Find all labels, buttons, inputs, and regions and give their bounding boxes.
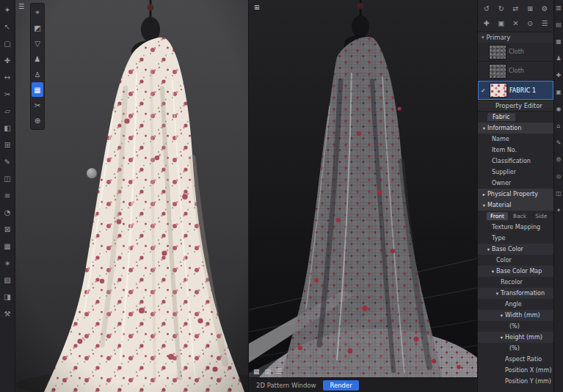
expand-arrow-icon[interactable]: ▾ [490,269,496,275]
window-tool-icon[interactable]: ◫ [1,171,14,186]
texture-view-icon[interactable]: ▦ [253,368,260,375]
redo-icon[interactable]: ↻ [494,2,509,15]
wave-tool-icon[interactable]: ≋ [1,188,14,203]
pie-tool-icon[interactable]: ◔ [1,205,14,220]
target-icon[interactable]: ⊙ [556,172,562,181]
columns-icon[interactable]: ◫ [556,189,562,197]
avatar-alt-display-icon[interactable]: ♙ [32,67,43,81]
add-circle-icon[interactable]: ⊕ [32,113,43,128]
side-tab-back[interactable]: Back [509,212,530,220]
star-tool-icon[interactable]: ✦ [1,2,14,18]
property-row-fabric[interactable]: Fabric [478,112,553,123]
close-icon[interactable]: ✕ [509,17,523,29]
expand-arrow-icon[interactable]: ▾ [494,291,501,297]
property-row-information[interactable]: ▾Information [478,123,553,134]
viewport-render[interactable]: ⊞ ▦▤☰ 2D Pattern WindowRender [248,0,477,392]
grid-plus-icon[interactable]: ⊞ [523,2,537,15]
menu-icon[interactable]: ☰ [537,17,552,29]
property-row-base-color-map[interactable]: ▾Base Color Map [478,266,553,277]
undo-icon[interactable]: ↺ [479,2,494,15]
edit-icon[interactable]: ✎ [556,138,562,147]
property-row-owner[interactable]: Owner [478,178,553,189]
expand-arrow-icon[interactable]: ▾ [485,247,492,253]
grid-tool-icon[interactable]: ⊞ [1,137,14,153]
triangle-display-icon[interactable]: ▽ [32,36,43,51]
fabric-panel-icon[interactable]: ▦ [556,37,562,46]
property-row-transformation[interactable]: ▾Transformation [478,288,553,299]
property-row-position-x-mm[interactable]: Position X (mm) [478,365,553,376]
record-icon[interactable]: ◉ [556,104,562,113]
pen-tool-icon[interactable]: ✎ [1,154,14,170]
viewport-options-icon[interactable]: ☰ [18,3,24,10]
add-icon[interactable]: ✚ [479,17,494,29]
expand-arrow-icon[interactable]: ▾ [481,126,487,131]
side-tab-side[interactable]: Side [531,212,551,220]
expand-arrow-icon[interactable]: ▾ [498,335,505,341]
fabric-texture-display-icon[interactable]: ▦ [32,82,43,97]
property-row-base-color[interactable]: ▾Base Color [478,244,553,255]
property-row-classification[interactable]: Classification [478,156,553,167]
settings-icon[interactable]: ⚙ [556,155,561,164]
layer-row-fabric-1[interactable]: ✓FABRIC 1 [478,81,553,100]
object-browser-section[interactable]: ▾ Primary [478,32,553,43]
property-row-width-mm[interactable]: ▾Width (mm) [478,310,553,321]
property-row-item[interactable]: (%) [478,321,553,332]
property-row-aspect-ratio[interactable]: Aspect Ratio [478,354,553,365]
home-icon[interactable]: ⌂ [556,121,560,130]
property-row-color[interactable]: Color [478,255,553,266]
panel-top-icon[interactable]: ▥ [556,3,562,12]
tab-render[interactable]: Render [323,380,358,391]
property-row-angle[interactable]: Angle [478,299,553,310]
cursor-tool-icon[interactable]: ↖ [1,19,14,35]
box-icon[interactable]: ▣ [494,17,509,29]
hammer-tool-icon[interactable]: ⚒ [1,306,14,322]
list-view-icon[interactable]: ☰ [276,368,282,375]
swap-icon[interactable]: ⇄ [509,2,523,15]
sparkle-icon[interactable]: ✦ [556,206,562,214]
move-tool-icon[interactable]: ↔ [1,70,14,85]
seam-scissors-icon[interactable]: ✂ [32,98,43,112]
render-options-icon[interactable]: ⊞ [254,4,260,11]
shade-right-tool-icon[interactable]: ◨ [1,289,14,305]
expand-arrow-icon[interactable]: ▸ [481,192,487,197]
frame-tool-icon[interactable]: ▢ [1,36,14,51]
property-row-type[interactable]: Type [478,233,553,244]
side-tab-front[interactable]: Front [487,212,508,220]
layer-row-cloth[interactable]: Cloth [478,43,553,62]
asterisk-tool-icon[interactable]: ∗ [1,255,14,271]
box-panel-icon[interactable]: ▣ [556,87,562,96]
property-row-item[interactable]: (%) [478,343,553,354]
tab-2d-pattern-window[interactable]: 2D Pattern Window [256,382,316,389]
expand-arrow-icon[interactable]: ▾ [498,313,505,319]
right-panel: ↺↻⇄⊞⚙✚▣✕⊙☰ ▾ Primary ClothCloth✓FABRIC 1… [477,0,553,392]
property-row-name[interactable]: Name [478,134,553,145]
property-row-physical-property[interactable]: ▸Physical Property [478,189,553,200]
half-shade-tool-icon[interactable]: ◧ [1,120,14,136]
gear-icon[interactable]: ⚙ [537,2,552,15]
expand-arrow-icon[interactable]: ▾ [481,203,487,208]
layout-view-icon[interactable]: ▤ [265,368,272,375]
avatar-display-icon[interactable]: ♟ [32,51,43,66]
property-row-item-no[interactable]: Item No. [478,145,553,156]
property-row-material[interactable]: ▾Material [478,200,553,211]
add-panel-icon[interactable]: ✚ [556,70,562,79]
property-row-texture-mapping[interactable]: Texture Mapping [478,222,553,233]
polygon-tool-icon[interactable]: ▱ [1,104,14,119]
library-icon[interactable]: ▤ [556,20,562,29]
property-row-height-mm[interactable]: ▾Height (mm) [478,332,553,343]
gizmo-handle[interactable] [87,168,97,178]
property-row-supplier[interactable]: Supplier [478,167,553,178]
hatch-tool-icon[interactable]: ▧ [1,272,14,288]
add-point-tool-icon[interactable]: ✚ [1,53,14,68]
crossbox-tool-icon[interactable]: ⊠ [1,222,14,237]
property-row-position-y-mm[interactable]: Position Y (mm) [478,376,553,387]
mesh-tool-icon[interactable]: ▦ [1,239,14,254]
garment-display-icon[interactable]: ◩ [32,21,43,35]
layer-row-cloth[interactable]: Cloth [478,62,553,81]
scissors-tool-icon[interactable]: ✂ [1,87,14,102]
target-display-icon[interactable]: ⌖ [32,5,43,20]
viewport-3d[interactable]: ☰ ⌖◩▽♟♙▦✂⊕ [15,0,248,392]
property-row-recolor[interactable]: Recolor [478,277,553,288]
avatar-panel-icon[interactable]: ♟ [556,54,561,62]
target-circle-icon[interactable]: ⊙ [523,17,537,29]
